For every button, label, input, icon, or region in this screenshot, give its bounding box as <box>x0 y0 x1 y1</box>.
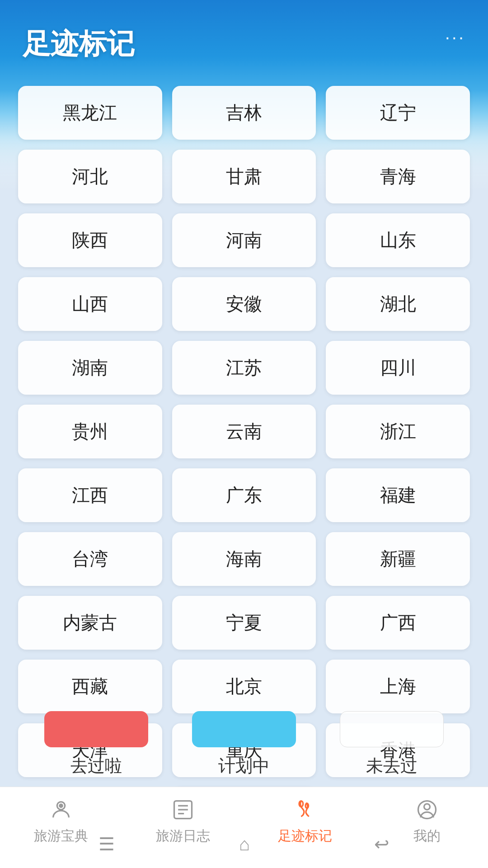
province-btn-上海[interactable]: 上海 <box>326 660 470 713</box>
more-options[interactable]: ··· <box>445 27 465 47</box>
province-btn-浙江[interactable]: 浙江 <box>326 405 470 458</box>
provinces-grid: 黑龙江吉林辽宁河北甘肃青海陕西河南山东山西安徽湖北湖南江苏四川贵州云南浙江江西广… <box>18 86 470 787</box>
province-btn-山西[interactable]: 山西 <box>18 277 162 331</box>
province-btn-青海[interactable]: 青海 <box>326 150 470 203</box>
province-btn-湖南[interactable]: 湖南 <box>18 341 162 395</box>
province-btn-云南[interactable]: 云南 <box>172 405 316 458</box>
visited-label: 去过啦 <box>70 755 122 778</box>
province-btn-湖北[interactable]: 湖北 <box>326 277 470 331</box>
content-area: 黑龙江吉林辽宁河北甘肃青海陕西河南山东山西安徽湖北湖南江苏四川贵州云南浙江江西广… <box>0 68 488 787</box>
province-btn-安徽[interactable]: 安徽 <box>172 277 316 331</box>
back-button[interactable]: ↩ <box>374 834 389 854</box>
province-btn-黑龙江[interactable]: 黑龙江 <box>18 86 162 140</box>
province-btn-广西[interactable]: 广西 <box>326 596 470 650</box>
province-btn-江西[interactable]: 江西 <box>18 468 162 522</box>
province-btn-陕西[interactable]: 陕西 <box>18 213 162 267</box>
travel-guide-icon <box>47 796 75 823</box>
system-bar: ☰ ⌂ ↩ <box>0 834 488 854</box>
legend-planned: 计划中 <box>192 711 296 778</box>
province-btn-河南[interactable]: 河南 <box>172 213 316 267</box>
unvisited-label: 未去过 <box>366 755 418 778</box>
home-button[interactable]: ⌂ <box>239 834 250 854</box>
province-btn-河北[interactable]: 河北 <box>18 150 162 203</box>
svg-point-1 <box>60 804 63 807</box>
province-btn-山东[interactable]: 山东 <box>326 213 470 267</box>
province-btn-新疆[interactable]: 新疆 <box>326 532 470 586</box>
province-btn-内蒙古[interactable]: 内蒙古 <box>18 596 162 650</box>
province-btn-甘肃[interactable]: 甘肃 <box>172 150 316 203</box>
legend-unvisited: 未去过 <box>340 711 444 778</box>
footprint-icon <box>291 796 319 823</box>
province-btn-广东[interactable]: 广东 <box>172 468 316 522</box>
province-btn-贵州[interactable]: 贵州 <box>18 405 162 458</box>
province-btn-西藏[interactable]: 西藏 <box>18 660 162 713</box>
menu-button[interactable]: ☰ <box>99 834 115 854</box>
province-btn-四川[interactable]: 四川 <box>326 341 470 395</box>
province-btn-海南[interactable]: 海南 <box>172 532 316 586</box>
travel-diary-icon <box>169 796 197 823</box>
bottom-navigation: 旅游宝典 旅游日志 足迹标记 <box>0 787 488 868</box>
province-btn-宁夏[interactable]: 宁夏 <box>172 596 316 650</box>
visited-color-swatch <box>44 711 148 747</box>
province-btn-江苏[interactable]: 江苏 <box>172 341 316 395</box>
legend-visited: 去过啦 <box>44 711 148 778</box>
planned-color-swatch <box>192 711 296 747</box>
page-title: 足迹标记 <box>23 25 135 63</box>
svg-point-9 <box>424 804 430 810</box>
province-btn-台湾[interactable]: 台湾 <box>18 532 162 586</box>
planned-label: 计划中 <box>218 755 270 778</box>
province-btn-辽宁[interactable]: 辽宁 <box>326 86 470 140</box>
legend-section: 去过啦 计划中 未去过 <box>0 711 488 778</box>
province-btn-福建[interactable]: 福建 <box>326 468 470 522</box>
unvisited-color-swatch <box>340 711 444 747</box>
province-btn-吉林[interactable]: 吉林 <box>172 86 316 140</box>
profile-icon <box>413 796 441 823</box>
province-btn-北京[interactable]: 北京 <box>172 660 316 713</box>
